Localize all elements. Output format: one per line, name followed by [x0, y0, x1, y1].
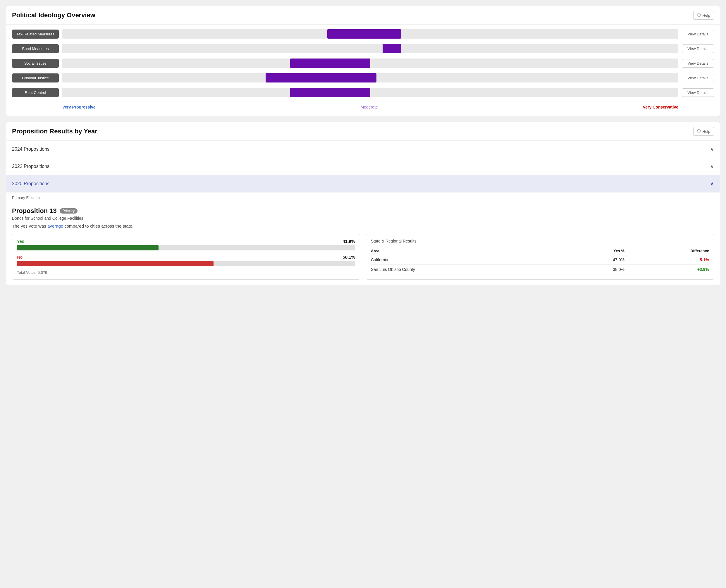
ideology-title: Political Ideology Overview — [12, 12, 95, 19]
view-details-btn-2[interactable]: View Details — [682, 59, 714, 68]
no-label: No — [17, 254, 23, 259]
desc-post: compared to cities across the state. — [63, 224, 133, 229]
ideology-bar-4 — [290, 88, 370, 97]
regional-row-1: San Luis Obispo County 38.0% +3.9% — [371, 265, 709, 274]
regional-title: State & Regional Results — [371, 239, 709, 244]
ideology-label-4: Rent Control — [12, 88, 59, 97]
ideology-scale: Very Progressive Moderate Very Conservat… — [62, 102, 678, 113]
ideology-row-4: Rent Control View Details — [12, 88, 714, 97]
help-circle-icon: ⓘ — [697, 13, 701, 18]
chevron-icon-1: ∨ — [710, 163, 714, 170]
col-area: Area — [371, 247, 572, 255]
help-circle-icon-2: ⓘ — [697, 129, 701, 134]
ideology-header: Political Ideology Overview ⓘ Help — [6, 6, 720, 25]
total-votes: Total Votes: 5,079 — [17, 270, 355, 275]
regional-area-1: San Luis Obispo County — [371, 265, 572, 274]
prop-name: Proposition 13 — [12, 207, 57, 215]
ideology-label-1: Bond Measures — [12, 44, 59, 53]
view-details-btn-0[interactable]: View Details — [682, 30, 714, 38]
chevron-icon-2: ∧ — [710, 181, 714, 187]
desc-pre: The yes vote was — [12, 224, 47, 229]
regional-yes-pct-0: 47.0% — [572, 255, 624, 265]
prop-description: The yes vote was average compared to cit… — [12, 224, 714, 229]
year-label-0: 2024 Propositions — [12, 147, 49, 152]
election-label: Primary Election — [6, 192, 720, 201]
desc-avg-link[interactable]: average — [47, 224, 63, 229]
ideology-bar-container-1 — [62, 44, 678, 53]
prop-title-row: Proposition 13 Primary — [12, 207, 714, 215]
ideology-label-2: Social Issues — [12, 59, 59, 68]
year-row-2[interactable]: 2020 Propositions ∧ — [6, 175, 720, 192]
vote-card: Yes 41.9% No 58.1% — [12, 234, 360, 280]
yes-label-row: Yes 41.9% — [17, 239, 355, 244]
ideology-bar-container-2 — [62, 59, 678, 68]
ideology-bar-container-3 — [62, 73, 678, 83]
election-label-container: Primary Election Proposition 13 Primary … — [6, 192, 720, 286]
propositions-section: 2024 Propositions ∨ 2022 Propositions ∨ … — [6, 141, 720, 286]
scale-moderate: Moderate — [361, 105, 378, 109]
primary-badge: Primary — [60, 208, 78, 213]
prop-subtitle: Bonds for School and College Facilities — [12, 216, 714, 220]
year-rows: 2024 Propositions ∨ 2022 Propositions ∨ … — [6, 141, 720, 192]
year-label-1: 2022 Propositions — [12, 164, 49, 169]
yes-pct: 41.9% — [343, 239, 355, 244]
ideology-label-0: Tax-Related Measures — [12, 29, 59, 39]
yes-bar-bg — [17, 245, 355, 250]
ideology-row-1: Bond Measures View Details — [12, 44, 714, 53]
view-details-btn-4[interactable]: View Details — [682, 88, 714, 97]
ideology-bar-0 — [327, 29, 401, 39]
propositions-help-button[interactable]: ⓘ Help — [693, 127, 714, 136]
prop-results-grid: Yes 41.9% No 58.1% — [12, 234, 714, 280]
yes-bar — [17, 245, 158, 250]
regional-tbody: California 47.0% -5.1% San Luis Obispo C… — [371, 255, 709, 274]
ideology-bar-container-0 — [62, 29, 678, 39]
ideology-bar-2 — [290, 59, 370, 68]
no-row: No 58.1% — [17, 254, 355, 266]
col-yes-pct: Yes % — [572, 247, 624, 255]
view-details-btn-3[interactable]: View Details — [682, 74, 714, 82]
regional-yes-pct-1: 38.0% — [572, 265, 624, 274]
view-details-btn-1[interactable]: View Details — [682, 44, 714, 53]
ideology-row-3: Criminal Justice View Details — [12, 73, 714, 83]
no-pct: 58.1% — [343, 254, 355, 259]
ideology-rows: Tax-Related Measures View Details Bond M… — [12, 29, 714, 97]
regional-card: State & Regional Results Area Yes % Diff… — [366, 234, 714, 280]
regional-area-0: California — [371, 255, 572, 265]
year-label-2: 2020 Propositions — [12, 181, 49, 186]
regional-diff-1: +3.9% — [624, 265, 709, 274]
ideology-bar-container-4 — [62, 88, 678, 97]
yes-row: Yes 41.9% — [17, 239, 355, 250]
scale-conservative: Very Conservative — [643, 105, 678, 109]
ideology-card: Political Ideology Overview ⓘ Help Tax-R… — [6, 6, 720, 116]
ideology-bar-3 — [265, 73, 377, 83]
year-row-1[interactable]: 2022 Propositions ∨ — [6, 158, 720, 175]
no-bar — [17, 261, 214, 266]
propositions-card: Proposition Results by Year ⓘ Help 2024 … — [6, 122, 720, 286]
propositions-header: Proposition Results by Year ⓘ Help — [6, 122, 720, 141]
no-label-row: No 58.1% — [17, 254, 355, 259]
ideology-help-button[interactable]: ⓘ Help — [693, 11, 714, 20]
ideology-content: Tax-Related Measures View Details Bond M… — [6, 25, 720, 116]
year-row-0[interactable]: 2024 Propositions ∨ — [6, 141, 720, 158]
chevron-icon-0: ∨ — [710, 146, 714, 152]
regional-table: Area Yes % Difference California 47.0% -… — [371, 247, 709, 274]
ideology-label-3: Criminal Justice — [12, 74, 59, 83]
proposition-item: Proposition 13 Primary Bonds for School … — [6, 201, 720, 286]
regional-diff-0: -5.1% — [624, 255, 709, 265]
yes-label: Yes — [17, 239, 24, 244]
ideology-bar-1 — [383, 44, 401, 53]
col-difference: Difference — [624, 247, 709, 255]
regional-row-0: California 47.0% -5.1% — [371, 255, 709, 265]
propositions-title: Proposition Results by Year — [12, 128, 98, 135]
regional-header-row: Area Yes % Difference — [371, 247, 709, 255]
ideology-row-2: Social Issues View Details — [12, 59, 714, 68]
no-bar-bg — [17, 261, 355, 266]
scale-progressive: Very Progressive — [62, 105, 95, 109]
ideology-row-0: Tax-Related Measures View Details — [12, 29, 714, 39]
